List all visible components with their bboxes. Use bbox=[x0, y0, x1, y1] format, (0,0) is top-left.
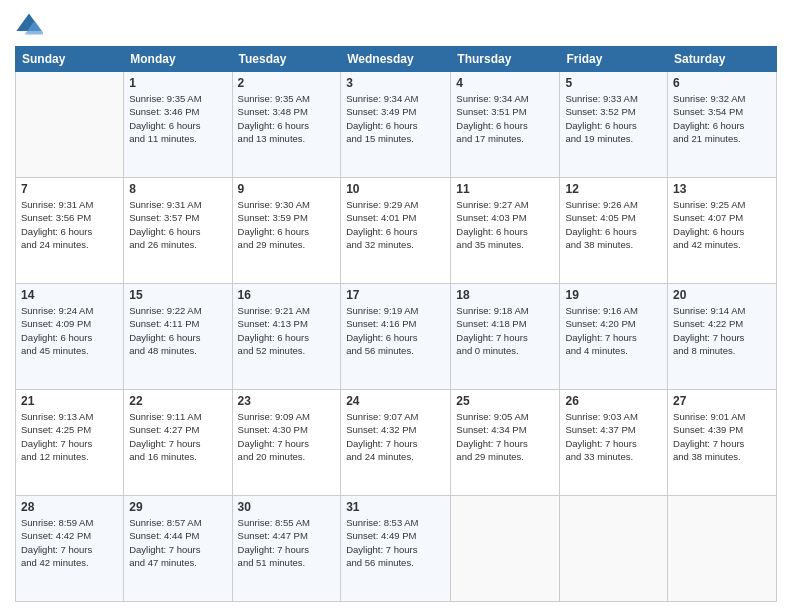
day-number: 13 bbox=[673, 182, 771, 196]
day-number: 10 bbox=[346, 182, 445, 196]
day-number: 31 bbox=[346, 500, 445, 514]
day-number: 17 bbox=[346, 288, 445, 302]
day-number: 27 bbox=[673, 394, 771, 408]
day-info: Sunrise: 8:59 AMSunset: 4:42 PMDaylight:… bbox=[21, 516, 118, 569]
day-number: 22 bbox=[129, 394, 226, 408]
day-number: 28 bbox=[21, 500, 118, 514]
calendar-cell: 5Sunrise: 9:33 AMSunset: 3:52 PMDaylight… bbox=[560, 72, 668, 178]
calendar-header-saturday: Saturday bbox=[668, 47, 777, 72]
day-info: Sunrise: 9:31 AMSunset: 3:57 PMDaylight:… bbox=[129, 198, 226, 251]
day-number: 26 bbox=[565, 394, 662, 408]
day-info: Sunrise: 9:21 AMSunset: 4:13 PMDaylight:… bbox=[238, 304, 336, 357]
calendar-header-sunday: Sunday bbox=[16, 47, 124, 72]
calendar-cell: 24Sunrise: 9:07 AMSunset: 4:32 PMDayligh… bbox=[341, 390, 451, 496]
calendar-cell: 25Sunrise: 9:05 AMSunset: 4:34 PMDayligh… bbox=[451, 390, 560, 496]
calendar-cell: 19Sunrise: 9:16 AMSunset: 4:20 PMDayligh… bbox=[560, 284, 668, 390]
calendar-cell: 30Sunrise: 8:55 AMSunset: 4:47 PMDayligh… bbox=[232, 496, 341, 602]
day-info: Sunrise: 9:32 AMSunset: 3:54 PMDaylight:… bbox=[673, 92, 771, 145]
day-number: 23 bbox=[238, 394, 336, 408]
calendar-cell: 22Sunrise: 9:11 AMSunset: 4:27 PMDayligh… bbox=[124, 390, 232, 496]
day-info: Sunrise: 9:07 AMSunset: 4:32 PMDaylight:… bbox=[346, 410, 445, 463]
day-info: Sunrise: 9:19 AMSunset: 4:16 PMDaylight:… bbox=[346, 304, 445, 357]
day-info: Sunrise: 9:29 AMSunset: 4:01 PMDaylight:… bbox=[346, 198, 445, 251]
calendar-cell: 16Sunrise: 9:21 AMSunset: 4:13 PMDayligh… bbox=[232, 284, 341, 390]
calendar-cell: 28Sunrise: 8:59 AMSunset: 4:42 PMDayligh… bbox=[16, 496, 124, 602]
day-number: 5 bbox=[565, 76, 662, 90]
calendar-week-row: 28Sunrise: 8:59 AMSunset: 4:42 PMDayligh… bbox=[16, 496, 777, 602]
calendar-header-monday: Monday bbox=[124, 47, 232, 72]
day-number: 7 bbox=[21, 182, 118, 196]
calendar-week-row: 21Sunrise: 9:13 AMSunset: 4:25 PMDayligh… bbox=[16, 390, 777, 496]
calendar-cell: 14Sunrise: 9:24 AMSunset: 4:09 PMDayligh… bbox=[16, 284, 124, 390]
calendar-cell bbox=[668, 496, 777, 602]
logo bbox=[15, 10, 47, 38]
calendar-cell: 6Sunrise: 9:32 AMSunset: 3:54 PMDaylight… bbox=[668, 72, 777, 178]
calendar-cell: 1Sunrise: 9:35 AMSunset: 3:46 PMDaylight… bbox=[124, 72, 232, 178]
calendar-header-row: SundayMondayTuesdayWednesdayThursdayFrid… bbox=[16, 47, 777, 72]
day-info: Sunrise: 9:31 AMSunset: 3:56 PMDaylight:… bbox=[21, 198, 118, 251]
page: SundayMondayTuesdayWednesdayThursdayFrid… bbox=[0, 0, 792, 612]
calendar-week-row: 14Sunrise: 9:24 AMSunset: 4:09 PMDayligh… bbox=[16, 284, 777, 390]
day-info: Sunrise: 8:55 AMSunset: 4:47 PMDaylight:… bbox=[238, 516, 336, 569]
calendar-cell: 7Sunrise: 9:31 AMSunset: 3:56 PMDaylight… bbox=[16, 178, 124, 284]
calendar-cell: 15Sunrise: 9:22 AMSunset: 4:11 PMDayligh… bbox=[124, 284, 232, 390]
day-info: Sunrise: 9:34 AMSunset: 3:49 PMDaylight:… bbox=[346, 92, 445, 145]
day-number: 15 bbox=[129, 288, 226, 302]
calendar-cell: 20Sunrise: 9:14 AMSunset: 4:22 PMDayligh… bbox=[668, 284, 777, 390]
day-info: Sunrise: 9:16 AMSunset: 4:20 PMDaylight:… bbox=[565, 304, 662, 357]
calendar-cell: 2Sunrise: 9:35 AMSunset: 3:48 PMDaylight… bbox=[232, 72, 341, 178]
calendar-cell: 13Sunrise: 9:25 AMSunset: 4:07 PMDayligh… bbox=[668, 178, 777, 284]
calendar-header-wednesday: Wednesday bbox=[341, 47, 451, 72]
calendar-table: SundayMondayTuesdayWednesdayThursdayFrid… bbox=[15, 46, 777, 602]
calendar-cell bbox=[16, 72, 124, 178]
day-number: 25 bbox=[456, 394, 554, 408]
day-info: Sunrise: 8:57 AMSunset: 4:44 PMDaylight:… bbox=[129, 516, 226, 569]
day-info: Sunrise: 9:25 AMSunset: 4:07 PMDaylight:… bbox=[673, 198, 771, 251]
day-info: Sunrise: 9:24 AMSunset: 4:09 PMDaylight:… bbox=[21, 304, 118, 357]
day-info: Sunrise: 9:22 AMSunset: 4:11 PMDaylight:… bbox=[129, 304, 226, 357]
calendar-cell bbox=[560, 496, 668, 602]
day-number: 1 bbox=[129, 76, 226, 90]
calendar-cell: 29Sunrise: 8:57 AMSunset: 4:44 PMDayligh… bbox=[124, 496, 232, 602]
calendar-cell bbox=[451, 496, 560, 602]
day-info: Sunrise: 9:34 AMSunset: 3:51 PMDaylight:… bbox=[456, 92, 554, 145]
day-number: 21 bbox=[21, 394, 118, 408]
day-number: 19 bbox=[565, 288, 662, 302]
day-number: 20 bbox=[673, 288, 771, 302]
day-number: 4 bbox=[456, 76, 554, 90]
day-number: 29 bbox=[129, 500, 226, 514]
day-info: Sunrise: 8:53 AMSunset: 4:49 PMDaylight:… bbox=[346, 516, 445, 569]
calendar-cell: 21Sunrise: 9:13 AMSunset: 4:25 PMDayligh… bbox=[16, 390, 124, 496]
day-number: 9 bbox=[238, 182, 336, 196]
calendar-cell: 27Sunrise: 9:01 AMSunset: 4:39 PMDayligh… bbox=[668, 390, 777, 496]
day-number: 18 bbox=[456, 288, 554, 302]
day-info: Sunrise: 9:14 AMSunset: 4:22 PMDaylight:… bbox=[673, 304, 771, 357]
day-info: Sunrise: 9:33 AMSunset: 3:52 PMDaylight:… bbox=[565, 92, 662, 145]
day-info: Sunrise: 9:13 AMSunset: 4:25 PMDaylight:… bbox=[21, 410, 118, 463]
calendar-header-thursday: Thursday bbox=[451, 47, 560, 72]
calendar-cell: 17Sunrise: 9:19 AMSunset: 4:16 PMDayligh… bbox=[341, 284, 451, 390]
day-info: Sunrise: 9:11 AMSunset: 4:27 PMDaylight:… bbox=[129, 410, 226, 463]
day-number: 6 bbox=[673, 76, 771, 90]
day-info: Sunrise: 9:30 AMSunset: 3:59 PMDaylight:… bbox=[238, 198, 336, 251]
header bbox=[15, 10, 777, 38]
calendar-cell: 8Sunrise: 9:31 AMSunset: 3:57 PMDaylight… bbox=[124, 178, 232, 284]
calendar-cell: 9Sunrise: 9:30 AMSunset: 3:59 PMDaylight… bbox=[232, 178, 341, 284]
day-info: Sunrise: 9:35 AMSunset: 3:48 PMDaylight:… bbox=[238, 92, 336, 145]
day-number: 11 bbox=[456, 182, 554, 196]
day-number: 24 bbox=[346, 394, 445, 408]
day-info: Sunrise: 9:05 AMSunset: 4:34 PMDaylight:… bbox=[456, 410, 554, 463]
day-number: 8 bbox=[129, 182, 226, 196]
calendar-cell: 4Sunrise: 9:34 AMSunset: 3:51 PMDaylight… bbox=[451, 72, 560, 178]
day-info: Sunrise: 9:18 AMSunset: 4:18 PMDaylight:… bbox=[456, 304, 554, 357]
day-info: Sunrise: 9:35 AMSunset: 3:46 PMDaylight:… bbox=[129, 92, 226, 145]
calendar-cell: 11Sunrise: 9:27 AMSunset: 4:03 PMDayligh… bbox=[451, 178, 560, 284]
day-number: 30 bbox=[238, 500, 336, 514]
calendar-cell: 10Sunrise: 9:29 AMSunset: 4:01 PMDayligh… bbox=[341, 178, 451, 284]
calendar-cell: 23Sunrise: 9:09 AMSunset: 4:30 PMDayligh… bbox=[232, 390, 341, 496]
day-number: 3 bbox=[346, 76, 445, 90]
calendar-header-tuesday: Tuesday bbox=[232, 47, 341, 72]
calendar-cell: 12Sunrise: 9:26 AMSunset: 4:05 PMDayligh… bbox=[560, 178, 668, 284]
calendar-header-friday: Friday bbox=[560, 47, 668, 72]
day-number: 16 bbox=[238, 288, 336, 302]
